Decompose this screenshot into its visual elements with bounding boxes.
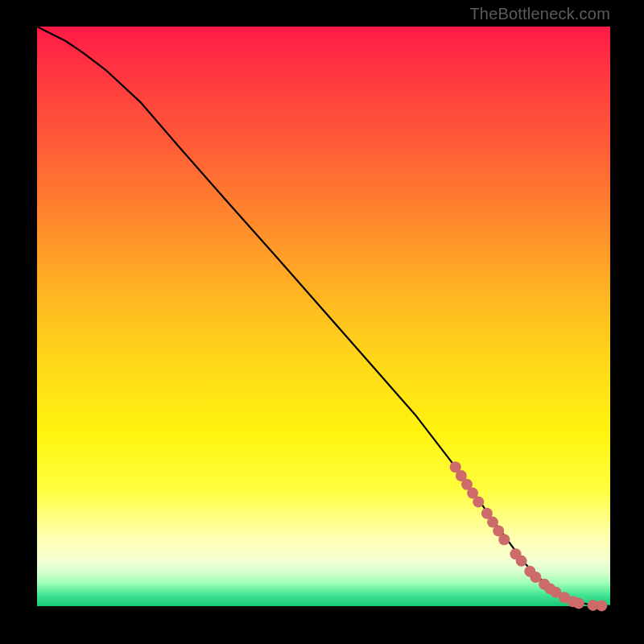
data-point bbox=[516, 555, 527, 567]
chart-svg bbox=[37, 27, 610, 606]
data-point bbox=[596, 600, 607, 611]
chart-stage: TheBottleneck.com bbox=[0, 0, 644, 644]
plot-area bbox=[37, 27, 610, 606]
scatter-points bbox=[450, 461, 608, 611]
data-point bbox=[573, 597, 584, 609]
data-point bbox=[498, 534, 510, 545]
bottleneck-curve bbox=[37, 27, 610, 606]
data-point bbox=[473, 496, 484, 507]
watermark-text: TheBottleneck.com bbox=[469, 5, 610, 23]
